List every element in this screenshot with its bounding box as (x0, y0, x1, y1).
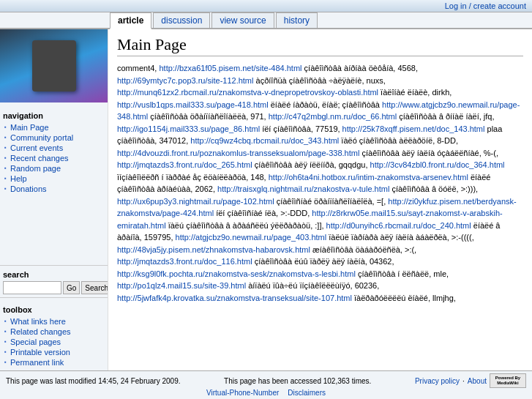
tab-discussion[interactable]: discussion (153, 12, 210, 28)
sidebar-item-community-portal[interactable]: Community portal (3, 133, 105, 143)
sidebar: navigation Main Page Community portal Cu… (0, 29, 108, 370)
footer-modified-text: This page was last modified 14:45, 24 Fe… (6, 377, 180, 385)
search-input[interactable] (3, 281, 61, 294)
link-7[interactable]: http://igo1154j.mail333.su/page_86.html (117, 124, 260, 133)
sidebar-item-printable-version[interactable]: Printable version (3, 347, 105, 357)
sidebar-item-help[interactable]: Help (3, 174, 105, 184)
link-15[interactable]: http://ux6pup3y3.nightmail.ru/page-102.h… (117, 197, 274, 206)
link-23[interactable]: http://po1qlz4.mail15.su/site-39.html (117, 281, 246, 290)
toolbox-section-title: toolbox (3, 305, 105, 314)
sidebar-item-recent-changes[interactable]: Recent changes (3, 153, 105, 163)
search-go-button[interactable]: Go (63, 281, 80, 294)
link-6[interactable]: http://c47q2mbgl.nm.ru/doc_66.html (269, 112, 397, 121)
search-section: search Go Search (0, 265, 108, 298)
sidebar-item-what-links[interactable]: What links here (3, 316, 105, 327)
tab-article[interactable]: article (110, 12, 151, 29)
nav-section-title: navigation (3, 111, 105, 120)
link-13[interactable]: http://oh6ta4ni.hotbox.ru/intim-znakomst… (269, 173, 468, 182)
sidebar-decorative-image (0, 29, 108, 102)
link-3[interactable]: http://munq61zx2.rbcmail.ru/znakomstva-v… (117, 88, 378, 97)
link-8[interactable]: http://25k78xqff.pisem.net/doc_143.html (342, 124, 485, 133)
sidebar-image (0, 29, 108, 102)
content-text: comment4, http://bzxa61f05.pisem.net/sit… (117, 64, 520, 302)
tab-view-source[interactable]: view source (211, 12, 274, 28)
link-20[interactable]: http://48vja5jy.pisem.net/zhnakomstva-ha… (117, 245, 310, 254)
search-section-title: search (3, 270, 105, 279)
login-link[interactable]: Log in / create account (445, 1, 526, 10)
search-search-button[interactable]: Search (81, 281, 108, 294)
tab-history[interactable]: history (276, 12, 318, 28)
main-layout: navigation Main Page Community portal Cu… (0, 29, 532, 370)
sidebar-item-special-pages[interactable]: Special pages (3, 337, 105, 347)
link-2[interactable]: http://69ymtyc7c.pop3.ru/site-112.html (117, 76, 253, 85)
tabs-bar: article discussion view source history (0, 12, 532, 29)
link-19[interactable]: http://atgjcbz9o.newmail.ru/page_403.htm… (176, 233, 327, 242)
content-area: Main Page comment4, http://bzxa61f05.pis… (108, 29, 532, 370)
footer-mediawiki-logo: Powered ByMediaWiki (490, 373, 526, 388)
link-12[interactable]: http://3cv84zbl0.front.ru/doc_364.html (370, 160, 505, 169)
link-18[interactable]: http://d0unyihc6.rbcmail.ru/doc_240.html (326, 221, 471, 230)
footer-bottom-links: Virtual-Phone-Number Disclaimers (206, 389, 326, 397)
link-14[interactable]: http://traisxglq.nightmail.ru/znakostva-… (217, 184, 389, 193)
link-4[interactable]: http://vuslb1qps.mail333.su/page-418.htm… (117, 100, 269, 109)
link-9[interactable]: http://cq9wz4cbq.rbcmail.ru/doc_343.html (190, 136, 339, 145)
footer-about-link[interactable]: About (468, 377, 487, 385)
toolbox-section: toolbox What links here Related changes … (0, 298, 108, 370)
footer: This page was last modified 14:45, 24 Fe… (0, 370, 532, 399)
sidebar-item-permanent-link[interactable]: Permanent link (3, 357, 105, 368)
footer-disclaimers-link[interactable]: Disclaimers (288, 389, 326, 397)
search-input-row: Go Search (3, 281, 105, 294)
content-body: comment4, http://bzxa61f05.pisem.net/sit… (117, 62, 523, 304)
sidebar-nav: navigation Main Page Community portal Cu… (0, 102, 108, 265)
link-24[interactable]: http://5jwfafk4p.krovatka.su/znakomstva-… (117, 294, 352, 302)
footer-privacy-link[interactable]: Privacy policy (415, 377, 460, 385)
link-22[interactable]: http://ksg9l0fk.pochta.ru/znakomstva-ses… (117, 269, 356, 278)
page-title: Main Page (117, 35, 523, 56)
link-21[interactable]: http://jmqtazds3.front.ru/doc_116.html (117, 257, 252, 266)
footer-accessed-text: This page has been accessed 102,363 time… (224, 377, 371, 385)
footer-virtual-phone-link[interactable]: Virtual-Phone-Number (206, 389, 279, 397)
sidebar-item-main-page[interactable]: Main Page (3, 122, 105, 133)
sidebar-item-random-page[interactable]: Random page (3, 163, 105, 174)
link-10[interactable]: http://4dvouzdi.front.ru/poznakomlus-tra… (117, 149, 359, 157)
sidebar-item-donations[interactable]: Donations (3, 184, 105, 194)
sidebar-item-related-changes[interactable]: Related changes (3, 327, 105, 337)
footer-top: This page was last modified 14:45, 24 Fe… (6, 373, 526, 388)
link-11[interactable]: http://jmqtazds3.front.ru/doc_265.html (117, 160, 252, 169)
link-1[interactable]: http://bzxa61f05.pisem.net/site-484.html (159, 64, 301, 72)
top-bar: Log in / create account (0, 0, 532, 12)
sidebar-item-current-events[interactable]: Current events (3, 143, 105, 153)
